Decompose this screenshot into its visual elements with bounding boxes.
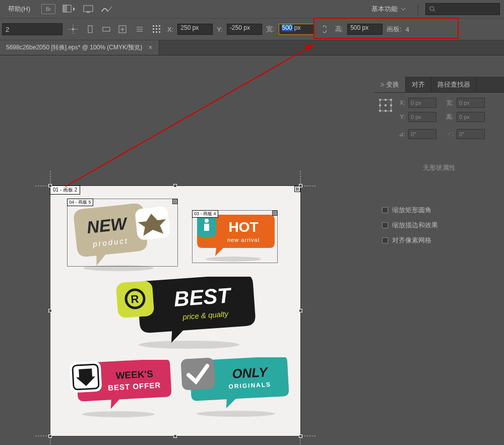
svg-text:WEEK'S: WEEK'S xyxy=(115,368,153,381)
align-pixel-checkbox[interactable]: 对齐像素网格 xyxy=(378,233,500,248)
bridge-icon[interactable]: Br xyxy=(41,4,55,14)
handle-bc[interactable] xyxy=(173,434,177,438)
svg-point-55 xyxy=(82,411,155,417)
handle-br[interactable] xyxy=(299,434,302,438)
svg-rect-9 xyxy=(88,26,92,33)
search-input[interactable] xyxy=(425,3,500,15)
sub-artboard-left-close-icon[interactable]: ⊠ xyxy=(172,199,177,204)
w-label: 宽: xyxy=(266,25,275,34)
workspace-switcher[interactable]: 基本功能 xyxy=(371,5,411,14)
svg-rect-36 xyxy=(385,110,387,112)
svg-rect-1 xyxy=(63,5,67,12)
arrange-docs-icon[interactable] xyxy=(62,4,76,14)
x-label: X: xyxy=(167,26,173,33)
only-badge: ONLY ORIGINALS xyxy=(180,357,291,410)
svg-rect-37 xyxy=(390,110,392,112)
artboard-count: 4 xyxy=(406,26,409,33)
new-badge: NEW product xyxy=(68,204,176,264)
panel-w-label: 宽: xyxy=(439,99,454,107)
document-tab[interactable]: 5698c26be2050 [转换].eps* @ 100% (CMYK/预览)… xyxy=(0,40,159,55)
tab-pathfinder[interactable]: 路径查找器 xyxy=(431,77,477,92)
x-input[interactable]: 250 px xyxy=(177,24,213,35)
best-badge: R BEST price & qualty xyxy=(116,277,257,342)
gpu-preview-icon[interactable] xyxy=(101,5,113,14)
width-input[interactable]: 500 px xyxy=(279,24,314,35)
link-wh-icon[interactable] xyxy=(318,23,331,36)
h-label: 高: xyxy=(335,25,344,34)
svg-text:BEST: BEST xyxy=(173,283,232,311)
y-input[interactable]: -250 px xyxy=(227,24,262,35)
svg-text:HOT: HOT xyxy=(228,219,258,235)
svg-rect-20 xyxy=(153,28,154,30)
tab-transform[interactable]: 变换 xyxy=(374,77,406,92)
svg-text:new arrival: new arrival xyxy=(227,237,260,243)
svg-rect-21 xyxy=(156,28,157,30)
svg-rect-30 xyxy=(385,99,387,101)
height-input[interactable]: 500 px xyxy=(347,24,383,35)
handle-bl[interactable] xyxy=(48,434,52,438)
help-menu[interactable]: 帮助(H) xyxy=(4,3,34,16)
svg-rect-18 xyxy=(156,25,157,27)
rotate-label: ⊿: xyxy=(396,131,405,138)
svg-rect-3 xyxy=(87,12,90,13)
artboard-label: 画板: xyxy=(387,25,402,34)
svg-line-26 xyxy=(66,45,312,186)
handle-ml[interactable] xyxy=(48,309,52,312)
svg-point-46 xyxy=(205,219,209,223)
reference-point-icon[interactable] xyxy=(150,23,163,36)
svg-rect-35 xyxy=(379,110,381,112)
screen-mode-icon[interactable] xyxy=(83,5,94,14)
svg-point-49 xyxy=(139,341,239,349)
svg-rect-32 xyxy=(379,104,381,106)
scale-corners-checkbox[interactable]: 缩放矩形圆角 xyxy=(378,203,500,218)
svg-point-61 xyxy=(197,411,275,417)
svg-rect-33 xyxy=(385,104,387,106)
sub-artboard-right-label: 03 - 画板 4 xyxy=(192,210,218,218)
top-menubar: 帮助(H) Br 基本功能 xyxy=(0,0,504,18)
landscape-icon[interactable] xyxy=(100,23,113,36)
chevron-down-icon xyxy=(401,7,406,11)
preset-dropdown[interactable] xyxy=(2,23,62,35)
tab-align[interactable]: 对齐 xyxy=(406,77,431,92)
artboard-main[interactable]: 01 - 画板 2 ⊠ 04 - 画板 5 ⊠ 03 - 画板 4 ⊠ NEW … xyxy=(50,186,300,436)
handle-tc[interactable] xyxy=(173,184,177,187)
panel-w-input[interactable] xyxy=(457,98,485,108)
panel-x-input[interactable] xyxy=(408,98,436,108)
handle-mr[interactable] xyxy=(299,309,302,312)
panel-reference-point[interactable] xyxy=(378,98,393,113)
portrait-icon[interactable] xyxy=(84,23,97,36)
no-shape-properties: 无形状属性 xyxy=(378,143,500,203)
new-artboard-icon[interactable] xyxy=(116,23,129,36)
svg-rect-22 xyxy=(159,28,160,30)
svg-point-43 xyxy=(206,257,261,262)
hot-badge: HOT new arrival xyxy=(193,214,276,254)
svg-rect-17 xyxy=(153,25,154,27)
svg-rect-45 xyxy=(204,224,209,231)
svg-rect-62 xyxy=(180,357,215,390)
svg-rect-25 xyxy=(159,31,160,33)
control-bar: X: 250 px Y: -250 px 宽: 500 px 高: 500 px… xyxy=(0,18,504,40)
svg-text:R: R xyxy=(131,292,140,305)
scale-effects-checkbox[interactable]: 缩放描边和效果 xyxy=(378,218,500,233)
annotation-arrow xyxy=(55,40,338,192)
svg-point-4 xyxy=(430,7,434,11)
artboard-main-label: 01 - 画板 2 xyxy=(50,185,80,195)
close-tab-icon[interactable]: × xyxy=(148,43,152,51)
svg-rect-23 xyxy=(153,31,154,33)
sub-artboard-left-label: 04 - 画板 5 xyxy=(67,199,93,206)
handle-tr[interactable] xyxy=(299,184,302,187)
rotate-input[interactable] xyxy=(408,129,436,139)
svg-rect-29 xyxy=(379,99,381,101)
panel-h-input[interactable] xyxy=(457,112,485,122)
panel-y-input[interactable] xyxy=(408,112,436,122)
svg-rect-2 xyxy=(84,6,93,12)
panel-h-label: 高: xyxy=(439,113,454,121)
document-tab-bar: 5698c26be2050 [转换].eps* @ 100% (CMYK/预览)… xyxy=(0,40,504,55)
collapse-panel-icon xyxy=(380,82,384,87)
shear-input[interactable] xyxy=(457,129,485,139)
sub-artboard-right-close-icon[interactable]: ⊠ xyxy=(272,211,277,216)
artboard-options-icon[interactable] xyxy=(133,23,146,36)
orientation-icon[interactable] xyxy=(67,23,80,36)
handle-tl[interactable] xyxy=(48,184,52,187)
svg-point-38 xyxy=(83,265,154,271)
